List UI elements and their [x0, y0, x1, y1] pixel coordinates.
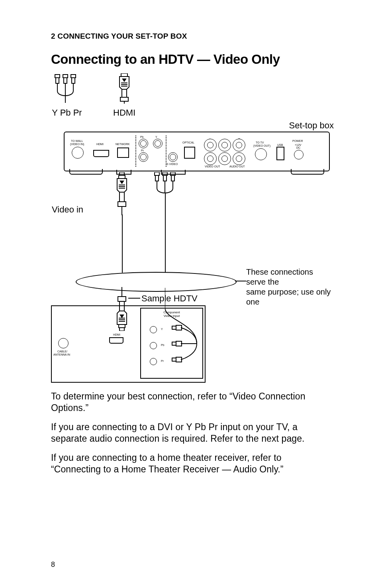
pb-label: Pb: [140, 136, 144, 138]
svg-rect-20: [119, 175, 125, 179]
svg-rect-31: [163, 172, 167, 175]
optical-port: [184, 147, 195, 159]
foot-right: [291, 169, 324, 175]
tv-y-port: [150, 326, 157, 333]
hdmi-port: [93, 150, 109, 157]
component-drop-cable-icon: [153, 172, 185, 200]
svg-rect-49: [172, 326, 176, 329]
section-label: 2 CONNECTING YOUR SET-TOP BOX: [51, 32, 332, 41]
hdtv-label-leader: [128, 298, 140, 299]
tv-cable-antenna-label-2: ANTENNA IN: [53, 353, 70, 356]
pr-port: [139, 152, 148, 162]
tv-hdmi-label: HDMI: [113, 333, 120, 336]
page-title: Connecting to an HDTV — Video Only: [51, 52, 332, 67]
use-one-connection-note: These connections serve the same purpose…: [246, 267, 334, 307]
line-component-down: [165, 193, 166, 273]
pb-port: [139, 139, 148, 148]
y-port: [153, 139, 163, 148]
tv-pr-label: Pr: [161, 360, 164, 362]
port-group-divider-2: [166, 136, 166, 167]
svg-rect-6: [71, 75, 76, 78]
dc-label-1: +12V: [295, 144, 302, 146]
y-label: Y: [155, 136, 157, 138]
paragraph-2: If you are connecting to a DVI or Y Pb P…: [51, 421, 332, 445]
paragraph-3: If you are connecting to a home theater …: [51, 452, 332, 476]
svg-rect-3: [63, 75, 68, 78]
network-port: [117, 147, 129, 158]
c-port-top: [218, 139, 231, 151]
to-wall-port: [72, 147, 84, 159]
l-port-top: [204, 139, 217, 151]
l-port-bot: [204, 152, 217, 165]
usb-port-label: USB: [277, 144, 283, 146]
svg-rect-1: [56, 78, 59, 83]
svideo-label: S VIDEO: [166, 163, 178, 165]
ellipse-leader-line: [235, 281, 246, 281]
tv-pr-port: [150, 358, 157, 365]
svg-rect-17: [120, 97, 128, 101]
component-into-tv-cable-icon: [165, 288, 217, 380]
settop-box-outline: TO WALL (VIDEO IN) HDMI NETWORK Pb Y Pr …: [64, 132, 330, 171]
to-wall-label-2: (VIDEO IN): [70, 143, 84, 146]
tv-hdmi-port: [109, 337, 123, 344]
svg-rect-51: [172, 342, 176, 345]
to-tv-label-2: (VIDEO OUT): [253, 144, 270, 147]
svg-rect-50: [176, 341, 182, 346]
port-group-divider-1: [135, 136, 136, 167]
note-line-1: These connections serve the: [246, 267, 313, 286]
svg-rect-7: [72, 78, 75, 83]
svg-rect-4: [64, 78, 67, 83]
tv-cable-antenna-port: [58, 338, 69, 348]
settop-box-label: Set-top box: [289, 120, 334, 131]
connection-diagram: Set-top box TO WALL (VIDEO IN) HDMI NETW…: [51, 120, 334, 387]
svg-rect-19: [119, 172, 124, 175]
tv-cable-antenna-label-1: CABLE/: [57, 350, 67, 353]
body-copy: To determine your best connection, refer…: [51, 391, 332, 476]
video-in-label: Video in: [52, 205, 83, 215]
svg-rect-25: [119, 192, 124, 202]
component-cable-legend: Y Pb Pr: [51, 73, 83, 118]
svg-rect-32: [163, 175, 166, 181]
paragraph-1: To determine your best connection, refer…: [51, 391, 332, 414]
hdmi-drop-cable-icon: [114, 172, 130, 216]
r-port-top: [233, 139, 245, 151]
svideo-port: [168, 152, 178, 162]
c-port-bot: [218, 152, 231, 165]
line-hdmi-down: [122, 214, 123, 273]
svg-rect-45: [118, 297, 126, 301]
audio-out-label: AUDIO OUT: [229, 165, 245, 168]
svg-rect-16: [122, 89, 127, 97]
svg-rect-26: [118, 202, 126, 206]
svg-rect-11: [121, 73, 127, 77]
optical-label: OPTICAL: [182, 141, 194, 144]
svg-rect-52: [176, 357, 182, 362]
dc-port: [294, 150, 304, 159]
svg-rect-28: [155, 172, 159, 175]
to-tv-label-1: TO TV: [256, 141, 264, 144]
hdmi-cable-legend: HDMI: [113, 73, 135, 118]
usb-port: [276, 147, 284, 160]
r-port-bot: [233, 152, 245, 165]
hdmi-cable-caption: HDMI: [113, 108, 135, 118]
svg-marker-21: [120, 181, 123, 183]
cable-legend: Y Pb Pr HDMI: [51, 73, 332, 118]
to-tv-port: [255, 148, 267, 160]
svg-rect-0: [55, 75, 60, 78]
component-cable-icon: [51, 73, 83, 104]
svg-rect-53: [172, 358, 176, 361]
component-cable-caption: Y Pb Pr: [52, 108, 82, 118]
to-wall-label-1: TO WALL: [71, 140, 83, 142]
network-port-label: NETWORK: [116, 143, 130, 146]
note-line-2: same purpose; use only one: [246, 287, 331, 306]
hdmi-cable-icon: [116, 73, 132, 104]
svg-marker-12: [123, 79, 126, 81]
tv-pb-label: Pb: [161, 344, 165, 346]
svg-rect-29: [155, 175, 159, 181]
pr-label: Pr: [141, 149, 144, 152]
svg-rect-48: [176, 325, 182, 330]
page-number: 8: [51, 560, 55, 569]
tv-y-label: Y: [161, 328, 163, 330]
video-out-label: VIDEO OUT: [205, 165, 220, 168]
svg-rect-34: [170, 172, 175, 175]
dc-label-2: DC: [296, 146, 300, 149]
